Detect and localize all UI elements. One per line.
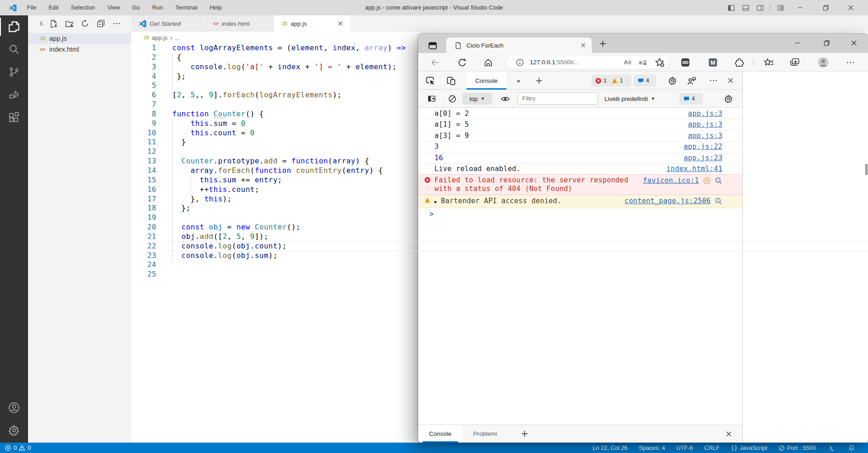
code-line-18[interactable]: 18 }; xyxy=(131,204,868,213)
explorer-actions xyxy=(48,18,122,29)
activity-accounts[interactable] xyxy=(0,396,28,419)
code-line-13[interactable]: 13 Counter.prototype.add = function(arra… xyxy=(131,157,868,166)
status-ln-22-col-26[interactable]: Ln 22, Col 26 xyxy=(587,444,633,451)
editor-tab-app-js[interactable]: JSapp.js xyxy=(274,15,350,32)
code-editor[interactable]: 1const logArrayElements = (element, inde… xyxy=(131,43,868,279)
status-error-circle[interactable]: 0 xyxy=(5,444,17,451)
activity-search[interactable] xyxy=(0,38,28,61)
status-spaces-4[interactable]: Spaces: 4 xyxy=(633,444,671,451)
code-line-1[interactable]: 1const logArrayElements = (element, inde… xyxy=(131,43,868,53)
menu-selection[interactable]: Selection xyxy=(65,0,101,15)
code-line-7[interactable]: 7 xyxy=(131,100,868,110)
line-number: 12 xyxy=(131,147,156,157)
menu-edit[interactable]: Edit xyxy=(42,0,65,15)
code-line-3[interactable]: 3 console.log('a[' + index + '] = ' + el… xyxy=(131,62,868,72)
line-content: ++this.count; xyxy=(156,185,259,195)
status-port-5500[interactable]: Port : 5500 xyxy=(773,444,821,451)
code-line-21[interactable]: 21 obj.add([2, 5, 9]); xyxy=(131,232,868,242)
code-line-2[interactable]: 2 { xyxy=(131,53,868,62)
code-line-19[interactable]: 19 xyxy=(131,213,868,223)
line-number: 9 xyxy=(131,119,156,129)
code-line-15[interactable]: 15 this.sum += entry; xyxy=(131,176,868,185)
drawer-tab-problemi[interactable]: Problemi xyxy=(462,425,508,443)
refresh-icon[interactable] xyxy=(80,18,90,29)
breadcrumb-js-icon: JS xyxy=(143,35,149,40)
activity-source-control[interactable] xyxy=(0,61,28,83)
line-number: 4 xyxy=(131,72,156,81)
drawer-close-icon[interactable] xyxy=(723,429,734,439)
breadcrumb-file[interactable]: app.js xyxy=(152,34,168,41)
js-icon: JS xyxy=(282,21,288,26)
code-line-5[interactable]: 5 xyxy=(131,81,868,91)
code-line-24[interactable]: 24 xyxy=(131,260,868,270)
layout-panel-button[interactable] xyxy=(738,0,753,15)
vscode-logo-icon xyxy=(139,20,146,28)
code-line-22[interactable]: 22 console.log(obj.count); xyxy=(131,242,868,251)
code-line-11[interactable]: 11 } xyxy=(131,138,868,147)
breadcrumb-more[interactable]: ... xyxy=(175,34,180,41)
new-file-icon[interactable] xyxy=(48,18,59,29)
line-number: 19 xyxy=(131,213,156,223)
code-line-8[interactable]: 8function Counter() { xyxy=(131,110,868,119)
line-content: obj.add([2, 5, 9]); xyxy=(156,232,269,242)
status-remote[interactable] xyxy=(821,444,842,452)
status-crlf[interactable]: CRLF xyxy=(698,444,725,451)
layout-sidebar-right-button[interactable] xyxy=(753,0,767,15)
layout-sidebar-left-button[interactable] xyxy=(724,0,738,15)
vscode-explorer-sidebar: E. JSapp.js<>index.html xyxy=(28,15,131,443)
code-line-17[interactable]: 17 }, this); xyxy=(131,195,868,204)
activity-run-debug[interactable] xyxy=(0,83,28,106)
code-line-14[interactable]: 14 array.forEach(function countEntry(ent… xyxy=(131,166,868,176)
menu-terminal[interactable]: Terminal xyxy=(169,0,203,15)
status-warning-triangle[interactable]: 0 xyxy=(19,444,31,451)
code-line-9[interactable]: 9 this.sum = 0 xyxy=(131,119,868,129)
code-line-16[interactable]: 16 ++this.count; xyxy=(131,185,868,195)
menu-go[interactable]: Go xyxy=(126,0,146,15)
status-bell[interactable] xyxy=(842,444,863,451)
code-line-6[interactable]: 6[2, 5,, 9].forEach(logArrayElements); xyxy=(131,91,868,100)
drawer-add-icon[interactable] xyxy=(519,425,531,443)
html-file-icon: <> xyxy=(39,47,46,52)
editor-tab-bar: Get Started<>index.htmlJSapp.js xyxy=(131,15,868,32)
menu-file[interactable]: File xyxy=(21,0,42,15)
menu-view[interactable]: View xyxy=(101,0,126,15)
titlebar-separator xyxy=(770,5,770,11)
line-content: } xyxy=(156,138,186,147)
activity-explorer[interactable] xyxy=(0,15,28,38)
restore-button[interactable] xyxy=(813,0,838,15)
new-folder-icon[interactable] xyxy=(64,18,75,29)
collapse-all-icon[interactable] xyxy=(95,18,106,29)
status-bar-right: Ln 22, Col 26Spaces: 4UTF-8CRLF{}JavaScr… xyxy=(587,444,868,452)
vscode-logo-icon xyxy=(9,4,17,12)
menu-run[interactable]: Run xyxy=(146,0,169,15)
code-line-25[interactable]: 25 xyxy=(131,270,868,279)
code-line-20[interactable]: 20 const obj = new Counter(); xyxy=(131,223,868,232)
line-number: 23 xyxy=(131,251,156,261)
status-utf-8[interactable]: UTF-8 xyxy=(670,444,698,451)
editor-tab-get-started[interactable]: Get Started xyxy=(131,15,205,32)
explorer-title: E. xyxy=(40,21,44,26)
layout-customize-button[interactable] xyxy=(773,0,788,15)
warning-triangle-icon xyxy=(19,444,25,451)
drawer-tab-console[interactable]: Console xyxy=(418,425,462,443)
minimize-button[interactable] xyxy=(788,0,813,15)
editor-tab-index-html[interactable]: <>index.html xyxy=(205,15,274,32)
file-item-index.html[interactable]: <>index.html xyxy=(28,44,131,55)
close-button[interactable] xyxy=(838,0,863,15)
tab-close-icon[interactable] xyxy=(336,19,345,28)
menu-help[interactable]: Help xyxy=(203,0,228,15)
activity-settings[interactable] xyxy=(0,419,28,442)
line-number: 7 xyxy=(131,100,156,110)
code-line-12[interactable]: 12 xyxy=(131,147,868,157)
line-number: 15 xyxy=(131,176,156,185)
file-item-app.js[interactable]: JSapp.js xyxy=(28,33,131,44)
remote-icon xyxy=(827,444,835,452)
line-number: 5 xyxy=(131,81,156,91)
code-line-10[interactable]: 10 this.count = 0 xyxy=(131,129,868,138)
status-javascript[interactable]: {}JavaScript xyxy=(725,444,773,451)
activity-extensions[interactable] xyxy=(0,106,28,129)
activity-bar-top xyxy=(0,15,28,129)
code-line-4[interactable]: 4 }; xyxy=(131,72,868,81)
more-icon[interactable] xyxy=(111,18,122,29)
code-line-23[interactable]: 23 console.log(obj.sum); xyxy=(131,251,868,261)
